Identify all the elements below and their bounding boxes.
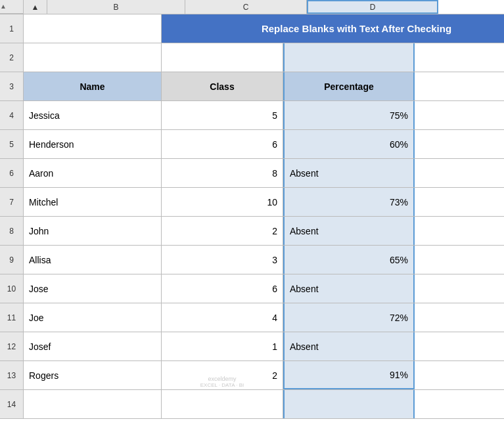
header-name: Name [24,72,162,100]
spreadsheet: ▲ ▲ B C D 1 2 3 4 5 6 7 8 9 10 11 12 [0,0,504,436]
data-area: Replace Blanks with Text After Checking … [24,14,504,436]
cell-name-6[interactable]: Aaron [24,159,162,187]
cell-pct-4[interactable]: 75% [283,101,415,129]
cell-pct-8[interactable]: Absent [283,217,415,245]
cell-pct-5[interactable]: 60% [283,130,415,158]
title-row: Replace Blanks with Text After Checking [24,14,504,43]
cell-name-8[interactable]: John [24,217,162,245]
header-row: Name Class Percentage [24,72,504,101]
cell-c14[interactable] [162,390,283,418]
row-num-12[interactable]: 12 [0,332,24,361]
row-num-1[interactable]: 1 [0,14,24,43]
col-b-label: B [113,3,118,12]
col-c-label: C [243,3,249,12]
grid-body: 1 2 3 4 5 6 7 8 9 10 11 12 13 14 Replace… [0,14,504,436]
header-percentage: Percentage [283,72,415,100]
row-num-8[interactable]: 8 [0,217,24,246]
col-header-b[interactable]: B [47,0,185,14]
cell-class-4[interactable]: 5 [162,101,283,129]
cell-class-5[interactable]: 6 [162,130,283,158]
row-num-11[interactable]: 11 [0,303,24,332]
row-num-5[interactable]: 5 [0,130,24,159]
row-num-14[interactable]: 14 [0,390,24,419]
cell-class-9[interactable]: 3 [162,246,283,274]
cell-class-6[interactable]: 8 [162,159,283,187]
table-row: Aaron 8 Absent [24,159,504,188]
row-num-2[interactable]: 2 [0,43,24,72]
cell-class-10[interactable]: 6 [162,274,283,303]
row-num-4[interactable]: 4 [0,101,24,130]
table-row: Jessica 5 75% [24,101,504,130]
watermark: exceldemy EXCEL · DATA · BI [200,376,244,388]
cell-name-4[interactable]: Jessica [24,101,162,129]
cell-pct-9[interactable]: 65% [283,246,415,274]
table-row: Henderson 6 60% [24,130,504,159]
header-class: Class [162,72,283,100]
col-header-d[interactable]: D [307,0,438,14]
table-row: John 2 Absent [24,217,504,246]
table-row: Joe 4 72% [24,303,504,332]
row-numbers: 1 2 3 4 5 6 7 8 9 10 11 12 13 14 [0,14,24,436]
cell-c2[interactable] [162,43,283,72]
column-headers: ▲ ▲ B C D [0,0,504,14]
cell-pct-11[interactable]: 72% [283,303,415,332]
row-num-6[interactable]: 6 [0,159,24,188]
cell-pct-6[interactable]: Absent [283,159,415,187]
cell-class-8[interactable]: 2 [162,217,283,245]
cell-class-11[interactable]: 4 [162,303,283,332]
cell-name-12[interactable]: Josef [24,332,162,360]
table-row: Rogers 2 exceldemy EXCEL · DATA · BI 91% [24,361,504,390]
title-cell: Replace Blanks with Text After Checking [162,14,504,43]
cell-name-5[interactable]: Henderson [24,130,162,158]
col-a-label: ▲ [32,3,39,12]
spreadsheet-title: Replace Blanks with Text After Checking [262,23,451,34]
col-header-c[interactable]: C [185,0,307,14]
row-2 [24,43,504,72]
cell-pct-13[interactable]: 91% [283,361,415,389]
cell-pct-12[interactable]: Absent [283,332,415,360]
cell-b14[interactable] [24,390,162,418]
table-row: Mitchel 10 73% [24,188,504,217]
cell-d2[interactable] [283,43,415,72]
cell-name-13[interactable]: Rogers [24,361,162,389]
cell-b2[interactable] [24,43,162,72]
cell-name-7[interactable]: Mitchel [24,188,162,216]
row-num-3[interactable]: 3 [0,72,24,101]
cell-name-9[interactable]: Allisa [24,246,162,274]
row-num-7[interactable]: 7 [0,188,24,217]
row-num-10[interactable]: 10 [0,274,24,303]
table-row: Josef 1 Absent [24,332,504,361]
cell-class-12[interactable]: 1 [162,332,283,360]
cell-name-10[interactable]: Jose [24,274,162,303]
cell-name-11[interactable]: Joe [24,303,162,332]
cell-d14[interactable] [283,390,415,418]
cell-pct-7[interactable]: 73% [283,188,415,216]
col-d-label: D [370,3,376,12]
cell-b1[interactable] [24,14,162,43]
row-num-13[interactable]: 13 [0,361,24,390]
cell-class-7[interactable]: 10 [162,188,283,216]
col-header-a[interactable]: ▲ [24,0,47,14]
table-row: Jose 6 Absent [24,274,504,303]
cell-class-13[interactable]: 2 exceldemy EXCEL · DATA · BI [162,361,283,389]
row-14 [24,390,504,419]
row-num-9[interactable]: 9 [0,246,24,274]
cell-pct-10[interactable]: Absent [283,274,415,303]
corner-cell: ▲ [0,0,24,14]
table-row: Allisa 3 65% [24,246,504,274]
